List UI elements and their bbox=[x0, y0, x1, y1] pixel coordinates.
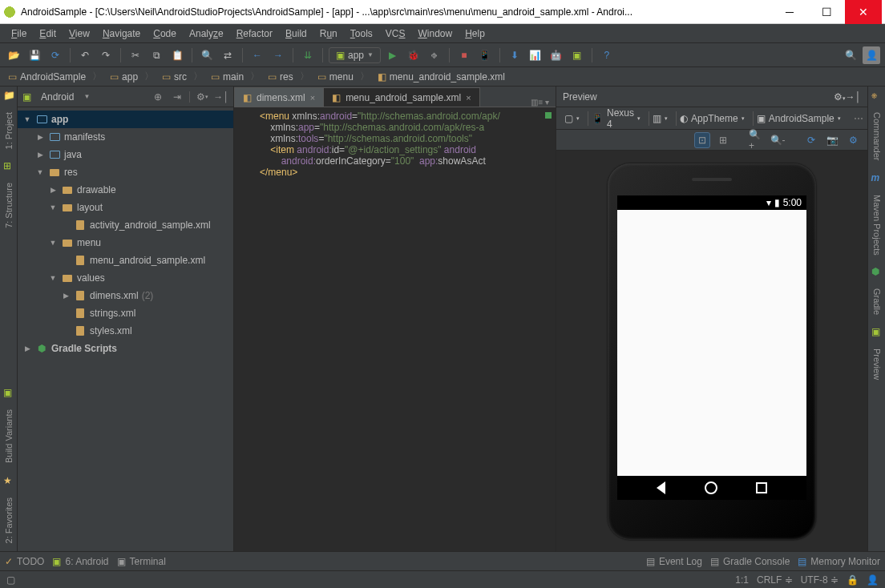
node-menu[interactable]: ▼menu bbox=[18, 234, 233, 252]
node-java[interactable]: ▶java bbox=[18, 146, 233, 163]
node-drawable[interactable]: ▶drawable bbox=[18, 181, 233, 199]
run-config-dropdown[interactable]: ▣ app ▼ bbox=[329, 47, 381, 63]
menu-edit[interactable]: Edit bbox=[33, 24, 63, 43]
preview-canvas[interactable]: ▾ ▮ 5:00 bbox=[556, 151, 867, 551]
editor-split-icon[interactable]: ▥≡ ▾ bbox=[524, 98, 556, 107]
tab-event-log[interactable]: ▤Event Log bbox=[646, 556, 702, 567]
code-editor[interactable]: <menu xmlns:android="http://schemas.andr… bbox=[234, 107, 556, 551]
menu-window[interactable]: Window bbox=[411, 24, 459, 43]
refresh-icon[interactable]: ⟳ bbox=[803, 132, 819, 148]
zoom-in-icon[interactable]: 🔍+ bbox=[749, 132, 765, 148]
node-styles[interactable]: styles.xml bbox=[18, 322, 233, 340]
node-values[interactable]: ▼values bbox=[18, 269, 233, 287]
crumb-res[interactable]: ▭res bbox=[265, 70, 313, 83]
menu-code[interactable]: Code bbox=[147, 24, 183, 43]
run-icon[interactable]: ▶ bbox=[384, 46, 402, 64]
menu-vcs[interactable]: VCS bbox=[379, 24, 412, 43]
tab-close-icon[interactable]: × bbox=[310, 93, 315, 103]
android-avd-icon[interactable]: 🤖 bbox=[548, 46, 565, 64]
settings-icon[interactable]: ⚙ bbox=[845, 132, 861, 148]
zoom-fit-icon[interactable]: ⊡ bbox=[694, 132, 710, 148]
crumb-project[interactable]: ▭AndroidSample bbox=[5, 70, 105, 83]
node-strings[interactable]: strings.xml bbox=[18, 304, 233, 322]
gear-icon[interactable]: ⚙▾ bbox=[195, 90, 209, 104]
menu-refactor[interactable]: Refactor bbox=[230, 24, 279, 43]
status-line-ending[interactable]: CRLF ≑ bbox=[757, 574, 793, 586]
tab-gradle-console[interactable]: ▤Gradle Console bbox=[710, 556, 790, 567]
tab-android-logcat[interactable]: ▣6: Android bbox=[52, 556, 108, 567]
status-toggle-icon[interactable]: ▢ bbox=[6, 574, 15, 586]
search-icon[interactable]: 🔍 bbox=[842, 46, 859, 64]
open-icon[interactable]: 📂 bbox=[5, 46, 22, 64]
stop-icon[interactable]: ■ bbox=[455, 46, 473, 64]
module-dropdown[interactable]: ▣AndroidSample▾ bbox=[753, 111, 844, 126]
tab-gradle[interactable]: Gradle bbox=[871, 284, 883, 320]
redo-icon[interactable]: ↷ bbox=[97, 46, 115, 64]
orientation-dropdown[interactable]: ▢▾ bbox=[561, 111, 583, 126]
tab-terminal[interactable]: ▣Terminal bbox=[117, 556, 166, 567]
tab-dimens[interactable]: ◧dimens.xml× bbox=[234, 87, 324, 107]
menu-file[interactable]: File bbox=[5, 24, 33, 43]
tab-favorites[interactable]: 2: Favorites bbox=[2, 493, 15, 548]
project-tree[interactable]: ▼app ▶manifests ▶java ▼res ▶drawable ▼la… bbox=[18, 107, 233, 551]
user-icon[interactable]: 👤 bbox=[863, 46, 880, 64]
scroll-from-source-icon[interactable]: ⊕ bbox=[151, 90, 165, 104]
crumb-file[interactable]: ◧menu_android_sample.xml bbox=[374, 71, 515, 83]
theme-dropdown[interactable]: ◐AppTheme▾ bbox=[676, 111, 748, 126]
undo-icon[interactable]: ↶ bbox=[76, 46, 94, 64]
tab-maven[interactable]: Maven Projects bbox=[871, 190, 883, 260]
hide-icon[interactable]: →│ bbox=[214, 90, 228, 104]
menu-tools[interactable]: Tools bbox=[344, 24, 379, 43]
tab-structure[interactable]: 7: Structure bbox=[2, 178, 15, 233]
maximize-button[interactable]: ☐ bbox=[808, 0, 845, 24]
crumb-src[interactable]: ▭src bbox=[159, 70, 206, 83]
screenshot-icon[interactable]: 📷 bbox=[824, 132, 840, 148]
api-dropdown[interactable]: ▥▾ bbox=[649, 111, 671, 126]
make-icon[interactable]: ⇊ bbox=[299, 46, 317, 64]
node-layout-file[interactable]: activity_android_sample.xml bbox=[18, 216, 233, 234]
tab-project[interactable]: 1: Project bbox=[2, 107, 15, 154]
replace-icon[interactable]: ⇄ bbox=[219, 46, 236, 64]
menu-help[interactable]: Help bbox=[459, 24, 491, 43]
sync-icon[interactable]: ⟳ bbox=[46, 46, 64, 64]
crumb-main[interactable]: ▭main bbox=[208, 70, 263, 83]
tab-commander[interactable]: Commander bbox=[871, 107, 883, 166]
menu-view[interactable]: View bbox=[63, 24, 96, 43]
menu-build[interactable]: Build bbox=[279, 24, 313, 43]
copy-icon[interactable]: ⧉ bbox=[148, 46, 165, 64]
tab-build-variants[interactable]: Build Variants bbox=[2, 405, 15, 468]
node-dimens[interactable]: ▶dimens.xml(2) bbox=[18, 287, 233, 304]
close-button[interactable]: ✕ bbox=[845, 0, 882, 24]
node-layout[interactable]: ▼layout bbox=[18, 199, 233, 216]
sdk-icon[interactable]: ⬇ bbox=[506, 46, 523, 64]
back-icon[interactable]: ← bbox=[249, 46, 266, 64]
monitor-icon[interactable]: 📊 bbox=[527, 46, 544, 64]
crumb-menu[interactable]: ▭menu bbox=[314, 70, 373, 83]
save-icon[interactable]: 💾 bbox=[26, 46, 43, 64]
tab-preview[interactable]: Preview bbox=[871, 344, 883, 385]
crumb-app[interactable]: ▭app bbox=[107, 70, 157, 83]
debug-icon[interactable]: 🐞 bbox=[405, 46, 422, 64]
tab-menu-android-sample[interactable]: ◧menu_android_sample.xml× bbox=[323, 87, 480, 107]
node-res[interactable]: ▼res bbox=[18, 163, 233, 181]
menu-run[interactable]: Run bbox=[313, 24, 344, 43]
android-sdk-icon[interactable]: ▣ bbox=[568, 46, 586, 64]
status-encoding[interactable]: UTF-8 ≑ bbox=[801, 574, 839, 586]
menu-navigate[interactable]: Navigate bbox=[96, 24, 147, 43]
find-icon[interactable]: 🔍 bbox=[198, 46, 216, 64]
tab-close-icon[interactable]: × bbox=[466, 93, 471, 103]
tab-todo[interactable]: ✓TODO bbox=[5, 556, 44, 567]
status-position[interactable]: 1:1 bbox=[735, 574, 749, 586]
status-inspector-icon[interactable]: 👤 bbox=[867, 574, 879, 586]
collapse-icon[interactable]: ⇥ bbox=[170, 90, 184, 104]
zoom-actual-icon[interactable]: ⊞ bbox=[715, 132, 731, 148]
zoom-out-icon[interactable]: 🔍- bbox=[770, 132, 786, 148]
node-menu-file[interactable]: menu_android_sample.xml bbox=[18, 252, 233, 269]
attach-icon[interactable]: ⎆ bbox=[426, 46, 443, 64]
gear-icon[interactable]: ⚙▾ bbox=[834, 91, 846, 103]
tab-memory-monitor[interactable]: ▤Memory Monitor bbox=[798, 556, 880, 567]
help-icon[interactable]: ? bbox=[598, 46, 616, 64]
project-view-dropdown[interactable]: Android bbox=[36, 90, 79, 104]
paste-icon[interactable]: 📋 bbox=[168, 46, 186, 64]
avd-icon[interactable]: 📱 bbox=[476, 46, 494, 64]
